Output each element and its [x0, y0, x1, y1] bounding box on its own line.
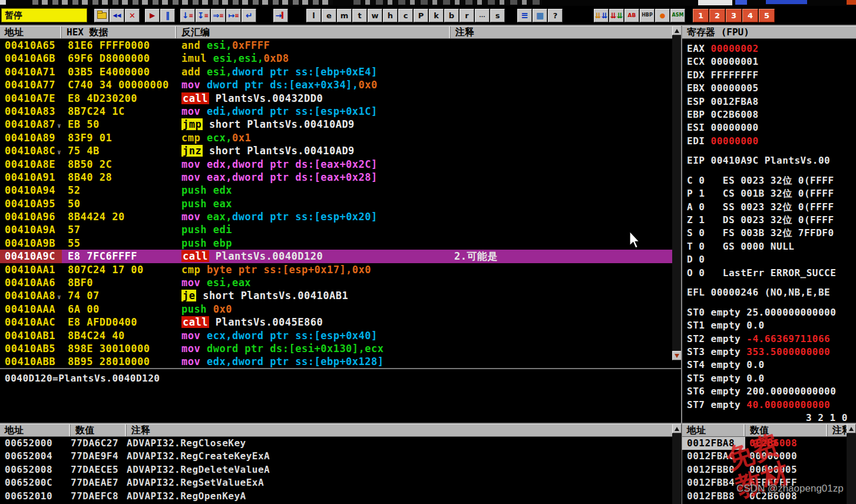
register-line[interactable]: ST0 empty 25.000000000000 [682, 306, 856, 319]
disasm-row[interactable]: 00410AB18B4C24 40mov ecx,dword ptr ss:[e… [0, 329, 672, 342]
letter-button-b[interactable]: b [444, 9, 459, 22]
letter-button-s[interactable]: s [490, 9, 505, 22]
register-line[interactable]: Z 1 DS 0023 32位 0(FFFF [682, 214, 856, 227]
register-line[interactable]: EBP 0C2B6008 [682, 108, 856, 121]
dump-row[interactable]: 0065200477DAE9F4ADVAPI32.RegCreateKeyExA [0, 450, 672, 463]
register-line[interactable]: ESI 00000000 [682, 121, 856, 134]
help-button[interactable]: ? [548, 9, 563, 22]
stack-column-comment[interactable]: 注释 [828, 425, 847, 436]
dump-row[interactable]: 0065200077DA6C27ADVAPI32.RegCloseKey [0, 437, 672, 450]
disasm-row[interactable]: 00410A7103B5 E4000000add esi,dword ptr s… [0, 65, 672, 78]
desktop-button-5[interactable]: 5 [759, 9, 775, 22]
animate-over-button[interactable]: ↦≡ [226, 9, 241, 22]
disasm-row[interactable]: 00410A9550push eax [0, 197, 672, 210]
letter-button-r[interactable]: r [460, 9, 474, 22]
disasm-row[interactable]: 00410AAA6A 00push 0x0 [0, 303, 672, 316]
letter-button-e[interactable]: e [322, 9, 336, 22]
register-line[interactable]: EDX FFFFFFFF [682, 69, 856, 82]
register-line[interactable]: A 0 SS 0023 32位 0(FFFF [682, 201, 856, 214]
ab-plugin-button[interactable]: AB [624, 9, 639, 22]
dump-scroll-up-button[interactable] [672, 424, 682, 433]
register-line[interactable]: ST2 empty -4.66369711066 [682, 333, 856, 346]
disasm-row[interactable]: 00410AACE8 AFDD0400call PlantsVs.0045E86… [0, 316, 672, 329]
disasm-row[interactable]: 00410ABB8B95 28010000mov edx,dword ptr s… [0, 355, 672, 368]
disasm-scroll-up-button[interactable] [672, 26, 682, 35]
disasm-row[interactable]: 00410A9452push edx [0, 184, 672, 197]
disasm-row[interactable]: 00410A87∨EB 50jmp short PlantsVs.00410AD… [0, 118, 672, 131]
letter-button-t[interactable]: t [352, 9, 367, 22]
letter-button-w[interactable]: w [368, 9, 382, 22]
register-line[interactable]: ST7 empty 40.00000000000 [682, 399, 856, 412]
register-line[interactable]: ESP 0012FBA8 [682, 95, 856, 108]
dump-pane[interactable]: 0065200077DA6C27ADVAPI32.RegCloseKey0065… [0, 437, 672, 504]
hbp-plugin-button[interactable]: HBP [640, 9, 655, 22]
register-line[interactable]: EIP 00410A9C PlantsVs.00 [682, 154, 856, 167]
register-line[interactable]: EAX 00000002 [682, 42, 856, 55]
open-file-button[interactable] [94, 9, 109, 22]
step-into-button[interactable]: ↓≡ [180, 9, 195, 22]
pause-button[interactable]: ‖ [160, 9, 175, 22]
letter-button-l[interactable]: l [306, 9, 321, 22]
disasm-row[interactable]: 00410A9A57push edi [0, 223, 672, 236]
register-line[interactable]: EBX 00000005 [682, 82, 856, 95]
dump-column-address[interactable]: 地址 [0, 425, 71, 436]
register-line[interactable]: D 0 [682, 253, 856, 266]
letter-button-c[interactable]: c [398, 9, 413, 22]
dump-row[interactable]: 0065201077DAEFC8ADVAPI32.RegOpenKeyA [0, 490, 672, 503]
column-header-hex[interactable]: HEX 数据 [62, 26, 177, 38]
dot-plugin-button[interactable]: ● [655, 9, 670, 22]
disasm-row[interactable]: 00410AA8∨74 07je short PlantsVs.00410AB1 [0, 289, 672, 302]
disasm-scroll-down-button[interactable] [672, 351, 682, 360]
desktop-button-2[interactable]: 2 [709, 9, 725, 22]
dump-row[interactable]: 0065200C77DAEAE7ADVAPI32.RegSetValueExA [0, 476, 672, 489]
disasm-row[interactable]: 00410A8983F9 01cmp ecx,0x1 [0, 131, 672, 144]
hit-trace-plugin-button[interactable]: ⇊⇊ [609, 9, 624, 22]
column-header-disasm[interactable]: 反汇编 [177, 26, 451, 38]
run-trace-plugin-button[interactable]: ⇊⇊ [594, 9, 609, 22]
register-line[interactable]: O 0 LastErr ERROR_SUCCE [682, 267, 856, 280]
disasm-row[interactable]: 00410A77C740 34 00000000mov dword ptr ds… [0, 78, 672, 91]
register-line[interactable]: EFL 00000246 (NO,NB,E,BE [682, 286, 856, 299]
disasm-row[interactable]: 00410A9B55push ebp [0, 237, 672, 250]
log-window-button[interactable]: ≡ [517, 9, 532, 22]
stack-column-address[interactable]: 地址 [682, 425, 745, 436]
disasm-row[interactable]: 00410AA68BF0mov esi,eax [0, 276, 672, 289]
letter-button-dots[interactable]: ... [475, 9, 490, 22]
register-line[interactable]: P 1 CS 001B 32位 0(FFFF [682, 187, 856, 200]
letter-button-h[interactable]: h [383, 9, 398, 22]
register-line[interactable]: ST5 empty 0.0 [682, 372, 856, 385]
run-button[interactable]: ▶ [145, 9, 160, 22]
register-line[interactable]: ST6 empty 200.00000000000 [682, 385, 856, 398]
desktop-button-3[interactable]: 3 [726, 9, 742, 22]
animate-into-button[interactable]: ⇒≡ [211, 9, 226, 22]
register-line[interactable]: T 0 GS 0000 NULL [682, 240, 856, 253]
column-header-comment[interactable]: 注释 [451, 26, 672, 38]
register-line[interactable]: C 0 ES 0023 32位 0(FFFF [682, 174, 856, 187]
register-line[interactable]: EDI 00000000 [682, 135, 856, 148]
register-line[interactable]: ECX 00000001 [682, 55, 856, 68]
register-line[interactable]: ST3 empty 353.5000000000 [682, 346, 856, 359]
disasm-row[interactable]: 00410A8E8B50 2Cmov edx,dword ptr ds:[eax… [0, 158, 672, 171]
letter-button-k[interactable]: k [429, 9, 444, 22]
disasm-row[interactable]: 00410A6581E6 FFFF0000and esi,0xFFFF [0, 39, 672, 52]
disasm-row[interactable]: 00410A8C∨75 4Bjnz short PlantsVs.00410AD… [0, 144, 672, 157]
go-to-user-code-button[interactable]: →▍ [273, 9, 288, 22]
desktop-button-1[interactable]: 1 [693, 9, 709, 22]
dump-column-value[interactable]: 数值 [71, 425, 127, 436]
restart-button[interactable]: ◀◀ [110, 9, 124, 22]
register-line[interactable]: ST4 empty 0.0 [682, 359, 856, 372]
disasm-row[interactable]: 00410A7EE8 4D230200call PlantsVs.00432DD… [0, 92, 672, 105]
stack-scrollbar-track[interactable] [847, 433, 856, 504]
letter-button-m[interactable]: m [337, 9, 352, 22]
disasm-row[interactable]: 00410A918B40 28mov eax,dword ptr ds:[eax… [0, 171, 672, 184]
stack-scroll-up-button[interactable] [847, 424, 856, 433]
dump-row[interactable]: 0065200877DAECE5ADVAPI32.RegDeleteValueA [0, 463, 672, 476]
disasm-row[interactable]: 00410AA1807C24 17 00cmp byte ptr ss:[esp… [0, 263, 672, 276]
register-line[interactable]: 3 2 1 0 [682, 412, 856, 423]
register-line[interactable]: S 0 FS 003B 32位 7FFDF0 [682, 227, 856, 240]
dump-column-comment[interactable]: 注释 [127, 425, 672, 436]
dump-scrollbar-track[interactable] [672, 433, 682, 504]
disasm-scrollbar-track[interactable] [672, 35, 682, 351]
disasm-row[interactable]: 00410A838B7C24 1Cmov edi,dword ptr ss:[e… [0, 105, 672, 118]
column-header-address[interactable]: 地址 [0, 26, 62, 38]
